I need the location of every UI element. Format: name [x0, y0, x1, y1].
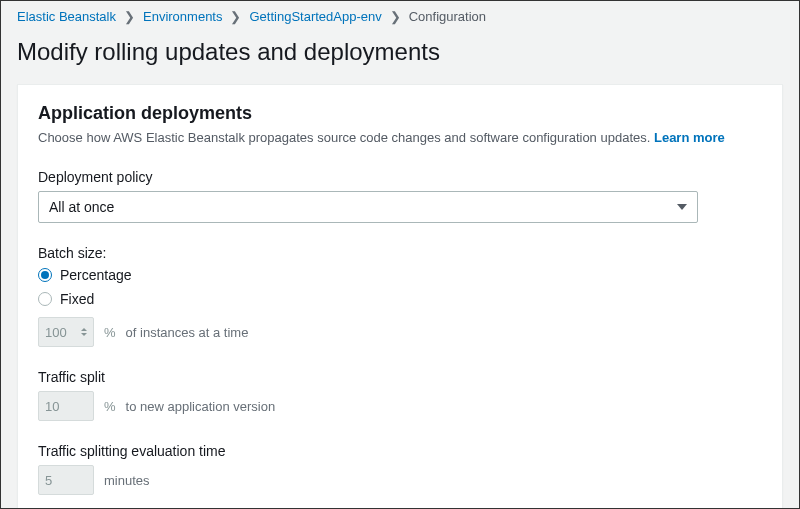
chevron-right-icon: ❯: [390, 9, 401, 24]
traffic-eval-hint: minutes: [104, 473, 150, 488]
deployment-policy-label: Deployment policy: [38, 169, 762, 185]
stepper-icon: [81, 328, 87, 336]
batch-size-percentage-radio[interactable]: Percentage: [38, 267, 762, 283]
chevron-down-icon: [677, 204, 687, 210]
learn-more-link[interactable]: Learn more: [654, 130, 725, 145]
section-description: Choose how AWS Elastic Beanstalk propaga…: [38, 130, 762, 145]
batch-size-percentage-label: Percentage: [60, 267, 132, 283]
radio-icon: [38, 292, 52, 306]
deployment-policy-field: Deployment policy All at once: [38, 169, 762, 223]
batch-size-hint: of instances at a time: [126, 325, 249, 340]
traffic-split-field: Traffic split 10 % to new application ve…: [38, 369, 762, 421]
deployment-policy-value: All at once: [49, 199, 114, 215]
deployment-policy-select[interactable]: All at once: [38, 191, 698, 223]
traffic-split-input[interactable]: 10: [38, 391, 94, 421]
chevron-right-icon: ❯: [230, 9, 241, 24]
application-deployments-panel: Application deployments Choose how AWS E…: [17, 84, 783, 509]
traffic-split-label: Traffic split: [38, 369, 762, 385]
batch-size-fixed-label: Fixed: [60, 291, 94, 307]
traffic-split-value: 10: [45, 399, 59, 414]
breadcrumb: Elastic Beanstalk ❯ Environments ❯ Getti…: [1, 1, 799, 32]
breadcrumb-current: Configuration: [409, 9, 486, 24]
batch-size-input[interactable]: 100: [38, 317, 94, 347]
batch-size-value: 100: [45, 325, 67, 340]
traffic-split-unit: %: [104, 399, 116, 414]
section-description-text: Choose how AWS Elastic Beanstalk propaga…: [38, 130, 650, 145]
traffic-eval-value: 5: [45, 473, 52, 488]
breadcrumb-elastic-beanstalk[interactable]: Elastic Beanstalk: [17, 9, 116, 24]
section-title: Application deployments: [38, 103, 762, 124]
chevron-right-icon: ❯: [124, 9, 135, 24]
batch-size-label: Batch size:: [38, 245, 762, 261]
traffic-eval-label: Traffic splitting evaluation time: [38, 443, 762, 459]
breadcrumb-environments[interactable]: Environments: [143, 9, 222, 24]
traffic-split-hint: to new application version: [126, 399, 276, 414]
page-title: Modify rolling updates and deployments: [1, 32, 799, 84]
radio-icon: [38, 268, 52, 282]
traffic-eval-field: Traffic splitting evaluation time 5 minu…: [38, 443, 762, 495]
batch-size-field: Batch size: Percentage Fixed 100 % of in…: [38, 245, 762, 347]
batch-size-unit: %: [104, 325, 116, 340]
batch-size-fixed-radio[interactable]: Fixed: [38, 291, 762, 307]
traffic-eval-input[interactable]: 5: [38, 465, 94, 495]
breadcrumb-environment-name[interactable]: GettingStartedApp-env: [249, 9, 381, 24]
